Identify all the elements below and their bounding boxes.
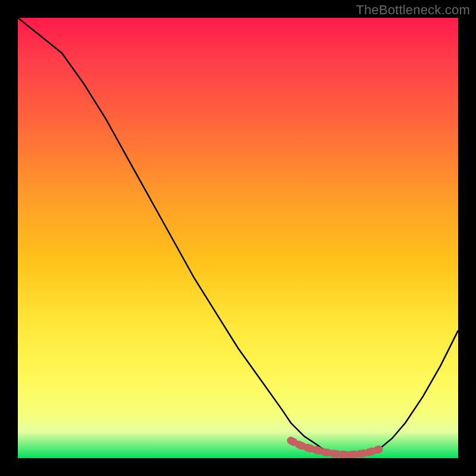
plot-area xyxy=(18,18,458,458)
bottleneck-curve-path xyxy=(18,18,458,456)
optimal-range-marker-path xyxy=(291,440,379,455)
watermark: TheBottleneck.com xyxy=(356,2,470,18)
curve-layer xyxy=(18,18,458,458)
chart-stage: TheBottleneck.com xyxy=(0,0,476,476)
